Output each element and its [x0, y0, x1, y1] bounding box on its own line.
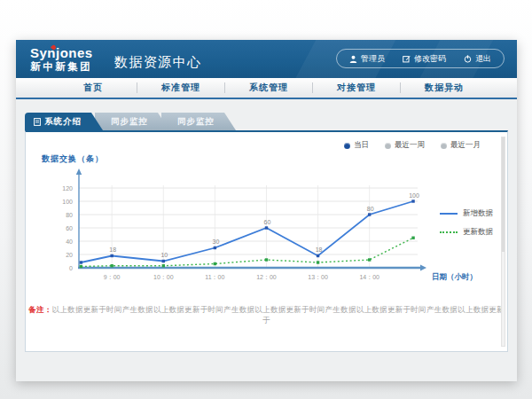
change-password-button[interactable]: 修改密码	[394, 53, 455, 65]
user-name: 管理员	[361, 53, 385, 65]
nav-item-standard-mgmt[interactable]: 标准管理	[137, 82, 224, 94]
user-toolbar: 管理员 修改密码 退出	[336, 49, 505, 68]
svg-text:120: 120	[62, 185, 73, 192]
svg-text:10: 10	[160, 252, 168, 258]
svg-text:100: 100	[409, 192, 419, 199]
svg-text:日期（小时）: 日期（小时）	[432, 272, 477, 281]
svg-text:10：00: 10：00	[153, 274, 174, 280]
radio-last-week[interactable]: 最近一周	[385, 140, 425, 151]
app-window: Synjones 新中新集团 数据资源中心 管理员 修改密码	[16, 40, 517, 381]
svg-text:13：00: 13：00	[308, 274, 328, 280]
document-icon	[34, 118, 41, 126]
page-title: 数据资源中心	[114, 47, 202, 71]
time-range-options: 当日 最近一周 最近一月	[344, 140, 481, 151]
tab-sync-monitor-1[interactable]: 同步监控	[95, 113, 169, 130]
content-area: 系统介绍 同步监控 同步监控 当日 最近一周	[16, 99, 517, 352]
svg-text:20: 20	[66, 252, 73, 258]
svg-text:18: 18	[316, 246, 323, 253]
svg-text:18: 18	[109, 246, 116, 253]
logo-text-en: Synjones	[30, 46, 93, 60]
change-password-label: 修改密码	[414, 53, 446, 65]
radio-dot-icon	[441, 143, 447, 149]
svg-text:40: 40	[66, 239, 73, 245]
radio-label: 当日	[354, 140, 369, 151]
legend-new-data[interactable]: 新增数据	[440, 208, 493, 219]
svg-text:0: 0	[69, 265, 73, 271]
tab-sync-monitor-2[interactable]: 同步监控	[161, 113, 236, 130]
nav-item-home[interactable]: 首页	[50, 82, 137, 94]
chart-legend: 新增数据 更新数据	[440, 208, 493, 246]
app-header: Synjones 新中新集团 数据资源中心 管理员 修改密码	[16, 40, 517, 78]
radio-label: 最近一月	[450, 140, 481, 151]
nav-item-system-mgmt[interactable]: 系统管理	[225, 82, 312, 94]
svg-text:60: 60	[264, 219, 271, 225]
edit-icon	[403, 55, 411, 63]
svg-text:12：00: 12：00	[256, 274, 277, 280]
tab-bar: 系统介绍 同步监控 同步监控	[25, 113, 517, 130]
radio-last-month[interactable]: 最近一月	[441, 140, 481, 151]
panel-scrollbar[interactable]	[501, 137, 505, 347]
logout-button[interactable]: 退出	[455, 53, 500, 65]
line-chart: 0204060801001209：0010：0011：0012：0013：001…	[26, 164, 505, 293]
tab-label: 同步监控	[177, 116, 215, 128]
svg-text:11：00: 11：00	[205, 274, 224, 280]
tab-label: 系统介绍	[44, 116, 82, 128]
scrollbar-thumb[interactable]	[502, 137, 505, 252]
footnote: 备注：以上数据更新于时间产生数据以上数据更新于时间产生数据以上数据更新于时间产生…	[26, 305, 507, 326]
radio-label: 最近一周	[395, 140, 425, 151]
nav-item-interface-mgmt[interactable]: 对接管理	[313, 82, 400, 94]
user-icon	[349, 55, 357, 63]
logo-text-cn: 新中新集团	[30, 61, 93, 72]
tab-label: 同步监控	[111, 116, 148, 128]
company-logo: Synjones 新中新集团	[30, 46, 93, 72]
main-nav: 首页 标准管理 系统管理 对接管理 数据异动	[16, 78, 517, 99]
chart-panel: 当日 最近一周 最近一月 数据交换（条） 0204060801001209：00…	[25, 130, 508, 352]
legend-label: 新增数据	[463, 208, 493, 219]
svg-text:30: 30	[212, 239, 219, 245]
logout-label: 退出	[475, 53, 491, 65]
power-icon	[464, 55, 472, 63]
dotted-line-icon	[440, 231, 458, 233]
svg-text:100: 100	[62, 199, 73, 205]
svg-text:80: 80	[367, 206, 374, 212]
solid-line-icon	[440, 213, 458, 215]
svg-text:80: 80	[66, 212, 73, 218]
legend-updated-data[interactable]: 更新数据	[440, 227, 493, 238]
footnote-text: 以上数据更新于时间产生数据以上数据更新于时间产生数据以上数据更新于时间产生数据以…	[52, 305, 505, 325]
footnote-prefix: 备注：	[28, 305, 51, 314]
svg-text:14：00: 14：00	[359, 274, 379, 280]
current-user-button[interactable]: 管理员	[340, 53, 394, 65]
nav-item-data-change[interactable]: 数据异动	[401, 82, 488, 94]
radio-today[interactable]: 当日	[344, 140, 369, 151]
svg-text:9：00: 9：00	[104, 274, 121, 280]
radio-dot-icon	[385, 143, 391, 149]
tab-system-intro[interactable]: 系统介绍	[25, 113, 103, 130]
radio-dot-icon	[344, 143, 350, 149]
legend-label: 更新数据	[463, 227, 493, 238]
svg-text:60: 60	[66, 225, 73, 231]
